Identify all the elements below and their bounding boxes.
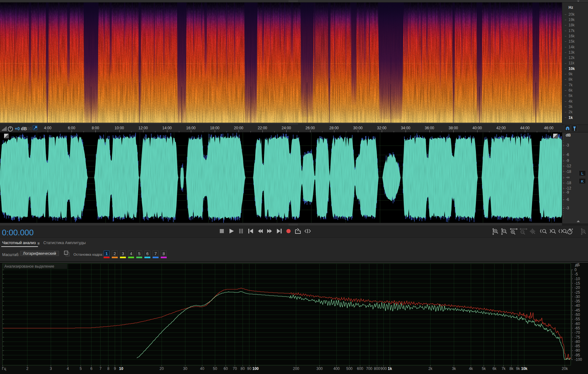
svg-text:20k: 20k bbox=[562, 366, 568, 371]
svg-text:-45: -45 bbox=[575, 308, 580, 313]
svg-text:-80: -80 bbox=[575, 339, 580, 344]
svg-text:8k: 8k bbox=[510, 366, 514, 371]
svg-text:500: 500 bbox=[346, 366, 353, 371]
svg-text:-25: -25 bbox=[575, 290, 580, 295]
svg-text:6k: 6k bbox=[493, 366, 497, 371]
svg-text:-90: -90 bbox=[575, 348, 580, 353]
svg-text:Гц: Гц bbox=[2, 366, 6, 371]
svg-text:7k: 7k bbox=[502, 366, 506, 371]
svg-text:дБ: дБ bbox=[575, 263, 580, 267]
svg-text:30: 30 bbox=[183, 366, 187, 371]
svg-text:-30: -30 bbox=[575, 295, 580, 299]
svg-text:6: 6 bbox=[90, 366, 93, 371]
svg-text:-85: -85 bbox=[575, 344, 580, 348]
svg-text:50: 50 bbox=[213, 366, 217, 371]
svg-text:10: 10 bbox=[119, 366, 123, 371]
svg-text:5: 5 bbox=[80, 366, 82, 371]
svg-text:200: 200 bbox=[293, 366, 299, 371]
svg-text:70: 70 bbox=[233, 366, 237, 371]
svg-text:-40: -40 bbox=[575, 303, 580, 308]
svg-text:-65: -65 bbox=[575, 326, 580, 330]
svg-text:7: 7 bbox=[100, 366, 102, 371]
svg-text:-10: -10 bbox=[575, 277, 580, 281]
svg-text:9: 9 bbox=[114, 366, 116, 371]
svg-text:700: 700 bbox=[366, 366, 372, 371]
svg-text:4k: 4k bbox=[469, 366, 473, 371]
svg-text:20: 20 bbox=[159, 366, 164, 371]
svg-text:300: 300 bbox=[316, 366, 323, 371]
svg-text:600: 600 bbox=[357, 366, 363, 371]
svg-text:800: 800 bbox=[374, 366, 380, 371]
svg-text:9k: 9k bbox=[516, 366, 521, 371]
svg-text:4: 4 bbox=[67, 366, 69, 371]
svg-text:2: 2 bbox=[26, 366, 29, 371]
svg-text:5k: 5k bbox=[482, 366, 486, 371]
svg-text:-35: -35 bbox=[575, 299, 580, 303]
svg-text:Анализированое выделение: Анализированое выделение bbox=[4, 264, 54, 269]
svg-text:-75: -75 bbox=[575, 335, 580, 339]
svg-text:-60: -60 bbox=[575, 322, 580, 326]
svg-text:80: 80 bbox=[240, 366, 245, 371]
svg-text:90: 90 bbox=[247, 366, 251, 371]
svg-text:900: 900 bbox=[380, 366, 387, 371]
svg-text:60: 60 bbox=[224, 366, 228, 371]
svg-text:-95: -95 bbox=[575, 353, 580, 357]
svg-text:10k: 10k bbox=[521, 366, 527, 371]
svg-text:100: 100 bbox=[252, 366, 259, 371]
svg-text:-15: -15 bbox=[575, 281, 580, 286]
svg-text:1k: 1k bbox=[388, 366, 392, 371]
svg-text:-55: -55 bbox=[575, 317, 580, 321]
svg-text:-20: -20 bbox=[575, 286, 580, 290]
svg-text:400: 400 bbox=[333, 366, 340, 371]
svg-text:-100: -100 bbox=[575, 357, 582, 362]
svg-text:2k: 2k bbox=[429, 366, 433, 371]
svg-text:-50: -50 bbox=[575, 313, 580, 317]
svg-text:40: 40 bbox=[200, 366, 204, 371]
svg-text:-70: -70 bbox=[575, 330, 580, 335]
svg-text:-5: -5 bbox=[575, 272, 578, 276]
svg-text:0: 0 bbox=[575, 268, 577, 272]
svg-text:3k: 3k bbox=[452, 366, 456, 371]
svg-text:3: 3 bbox=[50, 366, 52, 371]
svg-text:8: 8 bbox=[107, 366, 110, 371]
